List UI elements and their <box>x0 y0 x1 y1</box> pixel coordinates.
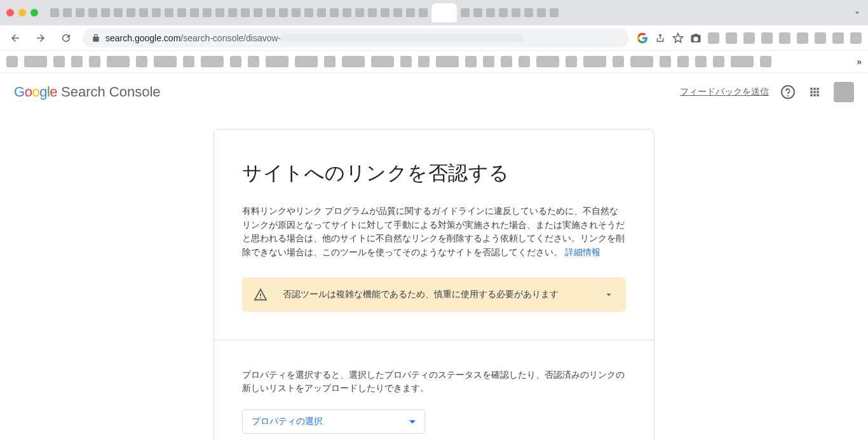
bookmark-item[interactable] <box>660 56 671 67</box>
traffic-close-icon[interactable] <box>6 9 14 17</box>
browser-tab[interactable] <box>165 8 173 17</box>
bookmark-item[interactable] <box>71 56 83 67</box>
bookmark-item[interactable] <box>183 56 194 67</box>
browser-tab[interactable] <box>177 8 186 17</box>
browser-tab[interactable] <box>355 8 364 17</box>
browser-tab[interactable] <box>76 8 85 17</box>
apps-grid-icon[interactable] <box>807 84 822 100</box>
camera-icon[interactable] <box>690 32 702 44</box>
bookmark-item[interactable] <box>465 56 477 67</box>
bookmark-item[interactable] <box>107 56 130 67</box>
browser-tab[interactable] <box>152 8 161 17</box>
bookmark-item[interactable] <box>324 56 336 67</box>
bookmark-item[interactable] <box>400 56 412 67</box>
bookmark-item[interactable] <box>713 56 724 67</box>
bookmark-item[interactable] <box>760 56 771 67</box>
browser-tab[interactable] <box>330 8 339 17</box>
tab-overflow-chevron-icon[interactable] <box>853 8 862 17</box>
browser-tab[interactable] <box>317 8 326 17</box>
browser-tab[interactable] <box>550 8 559 17</box>
traffic-minimize-icon[interactable] <box>18 9 26 17</box>
bookmark-item[interactable] <box>630 56 653 67</box>
bookmark-item[interactable] <box>201 56 224 67</box>
extension-icon[interactable] <box>726 32 737 44</box>
bookmark-item[interactable] <box>483 56 494 67</box>
browser-tab[interactable] <box>190 8 199 17</box>
bookmark-item[interactable] <box>536 56 559 67</box>
browser-tab[interactable] <box>88 8 97 17</box>
browser-tab-active[interactable] <box>431 3 457 22</box>
bookmark-item[interactable] <box>24 56 47 67</box>
bookmark-item[interactable] <box>154 56 177 67</box>
browser-tab[interactable] <box>228 8 237 17</box>
learn-more-link[interactable]: 詳細情報 <box>565 247 600 257</box>
browser-tab[interactable] <box>266 8 275 17</box>
browser-tab[interactable] <box>486 8 495 17</box>
extension-icon[interactable] <box>761 32 773 44</box>
bookmark-item[interactable] <box>266 56 288 67</box>
bookmark-item[interactable] <box>519 56 530 67</box>
browser-tab[interactable] <box>254 8 262 17</box>
bookmarks-overflow-icon[interactable]: » <box>857 57 862 67</box>
extension-icon[interactable] <box>779 32 790 44</box>
browser-tab[interactable] <box>50 8 59 17</box>
bookmark-item[interactable] <box>731 56 754 67</box>
extension-icon[interactable] <box>743 32 755 44</box>
extension-icon[interactable] <box>708 32 719 44</box>
browser-tab[interactable] <box>114 8 123 17</box>
bookmark-item[interactable] <box>501 56 512 67</box>
property-select-dropdown[interactable]: プロパティの選択 <box>242 410 425 434</box>
extension-icon[interactable] <box>797 32 808 44</box>
bookmark-star-icon[interactable] <box>672 32 684 44</box>
browser-tab[interactable] <box>419 8 428 17</box>
traffic-zoom-icon[interactable] <box>31 9 38 17</box>
extension-icon[interactable] <box>815 32 826 44</box>
bookmark-item[interactable] <box>295 56 318 67</box>
browser-tab[interactable] <box>512 8 520 17</box>
bookmark-item[interactable] <box>566 56 577 67</box>
browser-tab[interactable] <box>292 8 301 17</box>
bookmark-item[interactable] <box>89 56 100 67</box>
bookmark-item[interactable] <box>6 56 18 67</box>
browser-tab[interactable] <box>63 8 72 17</box>
browser-tab[interactable] <box>101 8 110 17</box>
google-logo[interactable]: Google Search Console <box>14 84 161 100</box>
google-g-icon[interactable] <box>637 32 648 44</box>
bookmark-item[interactable] <box>53 56 65 67</box>
user-avatar[interactable] <box>834 82 854 102</box>
browser-tab[interactable] <box>139 8 148 17</box>
bookmark-item[interactable] <box>613 56 624 67</box>
browser-tab[interactable] <box>215 8 224 17</box>
feedback-link[interactable]: フィードバックを送信 <box>680 86 769 98</box>
browser-tab[interactable] <box>342 8 351 17</box>
bookmark-item[interactable] <box>342 56 365 67</box>
bookmark-item[interactable] <box>230 56 241 67</box>
browser-menu-icon[interactable] <box>850 32 862 44</box>
warning-banner[interactable]: 否認ツールは複雑な機能であるため、慎重に使用する必要があります <box>242 277 626 312</box>
browser-tab[interactable] <box>524 8 533 17</box>
bookmark-item[interactable] <box>418 56 430 67</box>
browser-tab[interactable] <box>368 8 377 17</box>
browser-tab[interactable] <box>241 8 250 17</box>
browser-tab[interactable] <box>406 8 415 17</box>
bookmark-item[interactable] <box>248 56 259 67</box>
bookmark-item[interactable] <box>677 56 689 67</box>
reload-button[interactable] <box>57 29 75 47</box>
browser-tab[interactable] <box>473 8 482 17</box>
browser-tab[interactable] <box>461 8 470 17</box>
share-icon[interactable] <box>654 32 666 44</box>
browser-tab[interactable] <box>304 8 313 17</box>
browser-tab[interactable] <box>126 8 135 17</box>
browser-tab[interactable] <box>279 8 288 17</box>
bookmark-item[interactable] <box>436 56 459 67</box>
bookmark-item[interactable] <box>136 56 147 67</box>
browser-tab[interactable] <box>393 8 402 17</box>
bookmark-item[interactable] <box>371 56 394 67</box>
extension-icon[interactable] <box>832 32 844 44</box>
bookmark-item[interactable] <box>695 56 707 67</box>
browser-tab[interactable] <box>499 8 508 17</box>
browser-tab[interactable] <box>381 8 390 17</box>
forward-button[interactable] <box>32 29 50 47</box>
address-bar[interactable]: search.google.com/search-console/disavow… <box>83 29 629 48</box>
help-icon[interactable] <box>780 84 796 100</box>
